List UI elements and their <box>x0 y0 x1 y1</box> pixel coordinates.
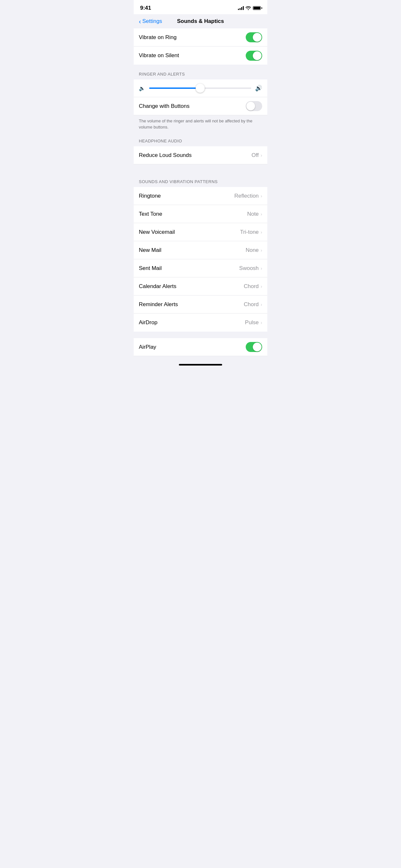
back-button[interactable]: ‹ Settings <box>139 18 162 25</box>
reminder-alerts-row[interactable]: Reminder Alerts Chord › <box>134 296 267 314</box>
back-chevron-icon: ‹ <box>139 18 141 25</box>
status-bar: 9:41 <box>134 0 267 14</box>
new-voicemail-chevron-icon: › <box>260 229 262 235</box>
headphone-section-header-text: HEADPHONE AUDIO <box>139 138 182 144</box>
new-voicemail-label: New Voicemail <box>139 229 175 236</box>
battery-icon <box>253 6 261 10</box>
text-tone-row[interactable]: Text Tone Note › <box>134 205 267 223</box>
page-title: Sounds & Haptics <box>177 18 224 25</box>
change-with-buttons-label: Change with Buttons <box>139 103 189 110</box>
ringtone-chevron-icon: › <box>260 193 262 198</box>
reminder-alerts-chevron-icon: › <box>260 302 262 307</box>
vibrate-on-silent-row[interactable]: Vibrate on Silent <box>134 46 267 65</box>
text-tone-value: Note <box>247 211 258 217</box>
airdrop-chevron-icon: › <box>260 320 262 325</box>
reduce-loud-sounds-chevron-icon: › <box>260 153 262 158</box>
spacer-1 <box>134 164 267 176</box>
home-indicator <box>134 361 267 368</box>
signal-icon <box>238 6 244 10</box>
reduce-loud-sounds-label: Reduce Loud Sounds <box>139 152 192 159</box>
ringer-section-header-text: RINGER AND ALERTS <box>139 72 185 76</box>
nav-bar: ‹ Settings Sounds & Haptics <box>134 14 267 28</box>
text-tone-chevron-icon: › <box>260 212 262 217</box>
new-mail-value: None <box>246 247 259 253</box>
bottom-partial-row[interactable]: AirPlay <box>134 338 267 356</box>
ringtone-row[interactable]: Ringtone Reflection › <box>134 187 267 205</box>
airdrop-label: AirDrop <box>139 319 158 326</box>
spacer-2 <box>134 332 267 338</box>
status-icons <box>238 6 261 10</box>
reduce-loud-sounds-right: Off › <box>251 152 262 159</box>
new-mail-chevron-icon: › <box>260 248 262 253</box>
ringer-note-text: The volume of the ringer and alerts will… <box>139 119 252 129</box>
calendar-alerts-row[interactable]: Calendar Alerts Chord › <box>134 277 267 296</box>
reduce-loud-sounds-row[interactable]: Reduce Loud Sounds Off › <box>134 146 267 164</box>
vibrate-on-ring-toggle[interactable] <box>246 32 262 42</box>
new-voicemail-value: Tri-tone <box>240 229 258 236</box>
reminder-alerts-value: Chord <box>244 301 258 308</box>
sounds-rows-container: Ringtone Reflection › Text Tone Note › N… <box>134 187 267 332</box>
ringtone-value: Reflection <box>235 193 259 199</box>
sent-mail-label: Sent Mail <box>139 265 162 272</box>
volume-slider-thumb[interactable] <box>196 84 205 93</box>
new-voicemail-row[interactable]: New Voicemail Tri-tone › <box>134 223 267 241</box>
ringtone-label: Ringtone <box>139 193 161 199</box>
status-time: 9:41 <box>140 5 151 11</box>
calendar-alerts-label: Calendar Alerts <box>139 283 176 290</box>
sounds-section-header-text: SOUNDS AND VIBRATION PATTERNS <box>139 179 218 184</box>
vibrate-on-silent-toggle[interactable] <box>246 51 262 61</box>
new-mail-label: New Mail <box>139 247 161 253</box>
bottom-partial-toggle[interactable] <box>246 342 262 352</box>
airdrop-row[interactable]: AirDrop Pulse › <box>134 314 267 332</box>
headphone-section-header: HEADPHONE AUDIO <box>134 135 267 146</box>
volume-slider-track[interactable] <box>149 88 251 89</box>
change-with-buttons-row[interactable]: Change with Buttons <box>134 97 267 115</box>
vibrate-on-silent-label: Vibrate on Silent <box>139 52 179 59</box>
volume-high-icon: 🔊 <box>255 85 262 92</box>
airdrop-value: Pulse <box>245 319 259 326</box>
home-bar <box>179 364 222 366</box>
vibrate-on-ring-label: Vibrate on Ring <box>139 34 177 41</box>
volume-slider-row[interactable]: 🔈 🔊 <box>134 80 267 97</box>
text-tone-label: Text Tone <box>139 211 162 217</box>
bottom-partial-label: AirPlay <box>139 344 156 350</box>
volume-slider-fill <box>149 88 200 89</box>
calendar-alerts-chevron-icon: › <box>260 284 262 289</box>
sounds-section-header: SOUNDS AND VIBRATION PATTERNS <box>134 176 267 187</box>
sent-mail-value: Swoosh <box>239 265 258 272</box>
back-label: Settings <box>143 18 162 25</box>
sent-mail-chevron-icon: › <box>260 266 262 271</box>
vibrate-section: Vibrate on Ring Vibrate on Silent <box>134 28 267 65</box>
reduce-loud-sounds-value: Off <box>251 152 258 159</box>
wifi-icon <box>246 6 251 10</box>
vibrate-on-ring-row[interactable]: Vibrate on Ring <box>134 28 267 46</box>
reminder-alerts-label: Reminder Alerts <box>139 301 178 308</box>
sent-mail-row[interactable]: Sent Mail Swoosh › <box>134 259 267 277</box>
volume-low-icon: 🔈 <box>139 85 145 91</box>
new-mail-row[interactable]: New Mail None › <box>134 241 267 259</box>
calendar-alerts-value: Chord <box>244 283 258 290</box>
ringer-note: The volume of the ringer and alerts will… <box>134 115 267 135</box>
change-with-buttons-toggle[interactable] <box>246 101 262 111</box>
ringer-section-header: RINGER AND ALERTS <box>134 65 267 80</box>
